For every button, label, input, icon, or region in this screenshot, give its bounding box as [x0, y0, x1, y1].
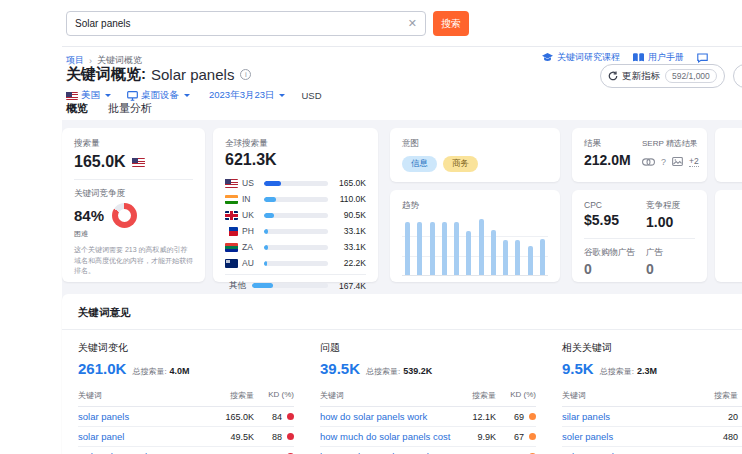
keyword-kd: 84	[254, 412, 294, 422]
table-row: how much are solar panels8.1K67	[320, 447, 536, 454]
total-volume-value: 4.0M	[170, 366, 190, 376]
link-icon	[642, 158, 655, 166]
difficulty-level: 困难	[74, 229, 193, 239]
keyword-link[interactable]: soler panels	[562, 431, 694, 442]
divider	[74, 179, 193, 180]
intent-card: 意图 信息商务	[390, 128, 560, 182]
keyword-ideas-card: 关键词意见 关键词变化261.0K总搜索量:4.0M关键词搜索量KD (%)so…	[62, 294, 742, 454]
intent-label: 意图	[402, 138, 548, 150]
trend-bar	[430, 222, 435, 275]
graduation-cap-icon	[542, 53, 557, 62]
header-keyword: 关键词	[78, 390, 210, 401]
difficulty-label: 关键词竞争度	[74, 188, 193, 200]
results-card: 结果 212.0M SERP 精选结果 ? +2	[572, 128, 707, 182]
table-row: tesla solar panels33.1K79	[78, 447, 294, 454]
keyword-link[interactable]: solar panel	[78, 431, 210, 442]
country-code: US	[242, 178, 264, 188]
header-volume: 搜索量	[452, 390, 496, 401]
keyword-volume: 9.9K	[452, 432, 496, 442]
competition-label: 竞争程度	[646, 200, 704, 212]
keyword-kd: 67	[496, 432, 536, 442]
table-row: soler panels480	[562, 427, 742, 447]
volume-bar-track	[264, 181, 328, 186]
clear-search-icon[interactable]: ✕	[408, 18, 417, 29]
country-code: UK	[242, 210, 264, 220]
header-actions: 更新指标 592/1,000	[600, 64, 742, 88]
ph-flag-icon	[225, 227, 238, 236]
search-input[interactable]	[75, 18, 408, 29]
update-metrics-button[interactable]: 更新指标 592/1,000	[600, 64, 725, 88]
info-icon[interactable]: i	[240, 69, 251, 80]
keyword-link[interactable]: solar panels	[78, 411, 210, 422]
au-flag-icon	[225, 259, 238, 268]
volume-bar-track	[264, 213, 328, 218]
cpc-label: CPC	[584, 200, 642, 210]
trend-bar	[503, 240, 508, 275]
global-volume-list: US165.0KIN110.0KUK90.5KPH33.1KZA33.1KAU2…	[225, 175, 366, 293]
search-volume-card: 搜索量 165.0K 关键词竞争度 84% 困难 这个关键词需要 213 的高权…	[62, 128, 205, 282]
keyword-course-link[interactable]: 关键词研究课程	[542, 51, 620, 64]
refresh-icon	[608, 71, 618, 81]
header-volume: 搜索量	[694, 390, 738, 401]
breadcrumb-separator: ›	[89, 56, 92, 66]
trend-bar	[540, 239, 545, 275]
chevron-down-icon	[279, 94, 285, 100]
trend-bar	[454, 222, 459, 275]
table-header: 关键词搜索量KD (%)	[78, 390, 294, 407]
ideas-count[interactable]: 39.5K	[320, 360, 360, 377]
header-kd: KD (%)	[254, 390, 294, 401]
header-kd: KD (%)	[738, 390, 742, 401]
total-volume-label: 总搜索量:	[132, 366, 166, 377]
global-volume-row: ZA33.1K	[225, 239, 366, 255]
page-title: 关键词概览: Solar panels i	[66, 65, 251, 84]
kd-dot-orange	[529, 413, 536, 420]
global-volume-row: UK90.5K	[225, 207, 366, 223]
serp-more-link[interactable]: +2	[689, 156, 699, 167]
volume-bar-fill	[264, 245, 268, 250]
intent-badge-info: 信息	[402, 156, 437, 172]
volume-value: 165.0K	[74, 153, 126, 171]
results-label: 结果	[584, 138, 642, 150]
difficulty-donut-chart	[112, 203, 137, 228]
shopping-ads-value: 0	[584, 261, 642, 277]
header-volume: 搜索量	[210, 390, 254, 401]
date-selector[interactable]: 2023年3月23日	[206, 89, 285, 102]
export-button-partial[interactable]	[733, 64, 742, 88]
search-button[interactable]: 搜索	[433, 11, 469, 36]
us-flag-icon	[132, 158, 145, 167]
feedback-link[interactable]	[697, 53, 712, 63]
country-volume: 110.0K	[334, 194, 366, 204]
volume-label: 搜索量	[74, 138, 193, 150]
header-keyword: 关键词	[562, 390, 694, 401]
top-search-bar: ✕ 搜索	[62, 0, 742, 47]
keyword-link[interactable]: how much do solar panels cost	[320, 431, 452, 442]
global-volume-row: AU22.2K	[225, 255, 366, 271]
volume-bar-track	[252, 283, 328, 288]
us-flag-icon	[225, 179, 238, 188]
keyword-link[interactable]: how do solar panels work	[320, 411, 452, 422]
keyword-kd: 88	[254, 432, 294, 442]
country-volume: 22.2K	[334, 258, 366, 268]
country-volume: 90.5K	[334, 210, 366, 220]
country-code: PH	[242, 226, 264, 236]
image-icon	[672, 157, 683, 166]
clipped-card-top	[715, 128, 742, 182]
keyword-ideas-title: 关键词意见	[78, 306, 742, 320]
ideas-count-row: 39.5K总搜索量:539.2K	[320, 360, 536, 377]
kd-dot-orange	[529, 433, 536, 440]
global-volume-row: IN110.0K	[225, 191, 366, 207]
table-row: how do solar panels work12.1K69	[320, 407, 536, 427]
page-title-prefix: 关键词概览:	[66, 65, 146, 84]
volume-bar-fill	[252, 283, 273, 288]
table-header: 关键词搜索量KD (%)	[562, 390, 742, 407]
currency-label: USD	[301, 90, 321, 101]
ideas-column-title: 关键词变化	[78, 341, 294, 355]
ideas-count[interactable]: 9.5K	[562, 360, 594, 377]
keyword-link[interactable]: silar panels	[562, 411, 694, 422]
ads-value: 0	[646, 261, 704, 277]
ideas-count[interactable]: 261.0K	[78, 360, 126, 377]
user-manual-link[interactable]: 用户手册	[633, 51, 684, 64]
total-volume-label: 总搜索量:	[366, 366, 400, 377]
us-flag-icon	[66, 92, 78, 100]
in-flag-icon	[225, 195, 238, 204]
